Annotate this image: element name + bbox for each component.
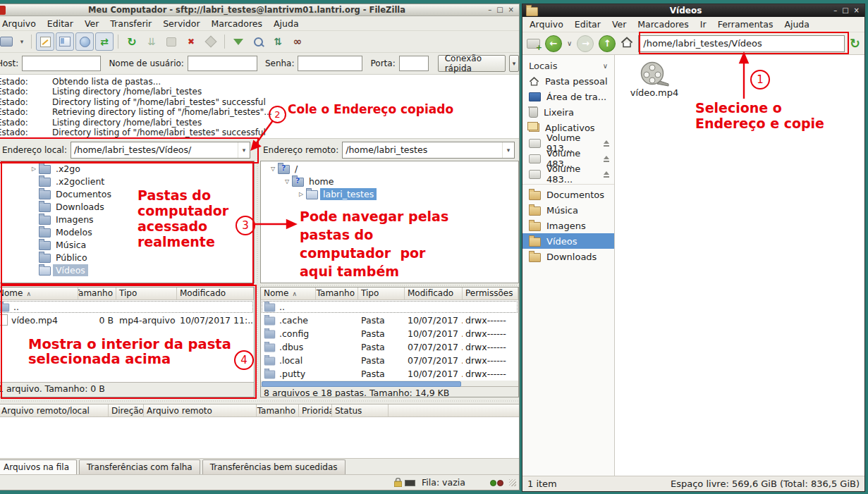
preserve-timestamps-button[interactable] xyxy=(162,32,181,51)
host-input[interactable] xyxy=(22,56,101,71)
eject-icon[interactable] xyxy=(603,140,611,147)
toggle-local-tree-button[interactable] xyxy=(56,32,74,51)
menu-editar[interactable]: Editar xyxy=(569,18,606,31)
sidebar-item-lixeira[interactable]: Lixeira xyxy=(522,104,614,120)
tree-item[interactable]: Público xyxy=(0,252,254,264)
compare-button[interactable] xyxy=(249,32,267,51)
tab-arquivos-na-fila[interactable]: Arquivos na fila xyxy=(0,459,77,474)
column-header-permissoes[interactable]: Permissões xyxy=(463,288,518,300)
forward-button[interactable] xyxy=(577,35,594,52)
up-button[interactable] xyxy=(599,35,616,52)
filezilla-titlebar[interactable]: Meu Computador - sftp://labri_testes@lan… xyxy=(0,4,519,16)
sidebar-item-videos[interactable]: Vídeos xyxy=(522,233,614,249)
username-input[interactable] xyxy=(188,56,257,71)
resize-grip[interactable] xyxy=(509,479,516,486)
tree-item[interactable]: .x2goclient xyxy=(0,175,254,188)
column-header-nome[interactable]: Nome xyxy=(0,288,78,300)
sidebar-header[interactable]: Locais xyxy=(522,58,614,73)
file-row[interactable]: .putty Pasta 10/07/2017 ...drwx------ xyxy=(261,367,518,381)
queue-column-prioridade[interactable]: Prioridade xyxy=(299,405,332,416)
toggle-queue-button[interactable] xyxy=(95,32,114,51)
menu-ver[interactable]: Ver xyxy=(606,18,632,31)
port-input[interactable] xyxy=(399,56,429,71)
menu-arquivo[interactable]: Arquivo xyxy=(524,18,569,31)
history-dropdown-icon[interactable] xyxy=(567,39,572,47)
quickconnect-button[interactable]: Conexão rápida xyxy=(438,55,506,72)
expand-icon[interactable]: ▷ xyxy=(296,191,306,197)
refresh-button[interactable] xyxy=(123,32,141,51)
find-files-button[interactable] xyxy=(288,32,307,51)
tree-item[interactable]: Modelos xyxy=(0,226,254,239)
sidebar-item-area-de-trabalho[interactable]: Área de tra... xyxy=(522,89,614,104)
tab-transferencias-com-falha[interactable]: Transferências com falha xyxy=(79,459,200,474)
process-queue-button[interactable] xyxy=(142,32,161,51)
tree-item[interactable]: Imagens xyxy=(0,214,254,226)
column-header-tamanho[interactable]: Tamanho xyxy=(316,288,358,300)
menu-ferramentas[interactable]: Ferramentas xyxy=(712,18,779,31)
local-address-combo[interactable]: /home/labri_testes/Vídeos/ xyxy=(71,142,250,159)
queue-column-tamanho[interactable]: Tamanho xyxy=(257,405,299,416)
file-row[interactable]: .cache Pasta 10/07/2017 ...drwx------ xyxy=(261,314,518,327)
column-header-tipo[interactable]: Tipo xyxy=(358,288,405,300)
sidebar-item-documentos[interactable]: Documentos xyxy=(522,187,614,202)
menu-ver[interactable]: Ver xyxy=(79,17,104,30)
minimize-button[interactable]: – xyxy=(833,7,837,14)
filemanager-titlebar[interactable]: Vídeos – □ × xyxy=(522,4,864,17)
menu-marcadores[interactable]: Marcadores xyxy=(632,18,695,31)
file-row[interactable]: vídeo.mp4 0 B mp4-arquivo 10/07/2017 11:… xyxy=(0,314,254,327)
maximize-button[interactable]: □ xyxy=(496,6,503,13)
new-tab-icon[interactable] xyxy=(527,39,540,49)
menu-arquivo[interactable]: Arquivo xyxy=(0,17,42,30)
queue-column-direcao[interactable]: Direção xyxy=(109,405,144,416)
toggle-remote-tree-button[interactable] xyxy=(75,32,94,51)
menu-ir[interactable]: Ir xyxy=(695,18,712,31)
column-header-tamanho[interactable]: Tamanho xyxy=(78,288,116,300)
expand-icon[interactable]: ▷ xyxy=(29,166,39,172)
sidebar-item-imagens[interactable]: Imagens xyxy=(522,218,614,233)
menu-transferir[interactable]: Transferir xyxy=(104,17,157,30)
sync-browsing-button[interactable] xyxy=(269,32,287,51)
path-input[interactable] xyxy=(638,35,845,52)
queue-column-arquivo-remoto-local[interactable]: Arquivo remoto/local xyxy=(0,405,109,416)
tree-item[interactable]: Documentos xyxy=(0,188,254,201)
home-icon[interactable] xyxy=(621,37,633,51)
quickconnect-dropdown[interactable] xyxy=(509,55,519,72)
tree-item[interactable]: ▷.x2go xyxy=(0,163,254,175)
column-header-modificado[interactable]: Modificado xyxy=(177,288,254,300)
disconnect-button[interactable] xyxy=(202,32,220,51)
collapse-icon[interactable]: ▽ xyxy=(282,178,292,185)
close-button[interactable]: × xyxy=(854,7,860,14)
refresh-icon[interactable] xyxy=(850,36,860,51)
tree-item-selected[interactable]: Vídeos xyxy=(0,264,254,277)
minimize-button[interactable]: – xyxy=(488,6,491,13)
cancel-operation-button[interactable] xyxy=(182,32,200,51)
eject-icon[interactable] xyxy=(603,156,611,162)
file-row-parent[interactable]: .. xyxy=(0,300,254,314)
remote-address-combo[interactable]: /home/labri_testes xyxy=(342,142,515,159)
file-row-parent[interactable]: .. xyxy=(261,300,518,314)
column-header-nome[interactable]: Nome xyxy=(261,288,316,300)
menu-ajuda[interactable]: Ajuda xyxy=(778,18,815,31)
menu-servidor[interactable]: Servidor xyxy=(157,17,205,30)
sidebar-item-musica[interactable]: Música xyxy=(522,202,614,218)
file-row[interactable]: .local Pasta 07/07/2017 ...drwx------ xyxy=(261,354,518,367)
column-header-modificado[interactable]: Modificado xyxy=(405,288,463,300)
collapse-icon[interactable]: ▽ xyxy=(268,166,278,172)
vertical-splitter[interactable] xyxy=(255,139,260,397)
file-video-mp4[interactable]: vídeo.mp4 xyxy=(621,61,688,98)
chevron-down-icon[interactable] xyxy=(238,142,250,158)
site-manager-dropdown[interactable] xyxy=(17,34,27,49)
file-row[interactable]: .config Pasta 10/07/2017 ...drwx------ xyxy=(261,327,518,340)
password-input[interactable] xyxy=(298,56,362,71)
back-button[interactable] xyxy=(545,35,562,52)
column-header-tipo[interactable]: Tipo xyxy=(116,288,177,300)
tree-item[interactable]: Downloads xyxy=(0,201,254,214)
tree-item[interactable]: ▽home xyxy=(261,175,518,188)
site-manager-button[interactable] xyxy=(0,32,16,51)
queue-splitter[interactable] xyxy=(0,397,519,404)
eject-icon[interactable] xyxy=(603,171,611,178)
toggle-message-log-button[interactable] xyxy=(36,32,54,51)
scrollbar-thumb[interactable] xyxy=(262,381,461,387)
close-button[interactable]: × xyxy=(508,6,514,13)
sidebar-item-pasta-pessoal[interactable]: Pasta pessoal xyxy=(522,73,614,89)
